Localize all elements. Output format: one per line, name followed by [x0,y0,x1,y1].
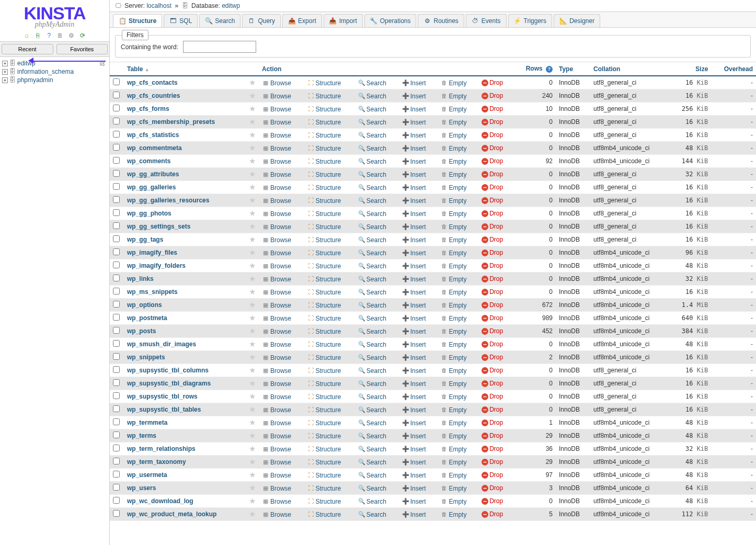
table-name-link[interactable]: wp_terms [127,432,156,439]
table-name-link[interactable]: wp_cfs_membership_presets [127,118,215,126]
action-drop[interactable]: –Drop [482,275,503,282]
action-empty[interactable]: 🗑Empty [440,315,466,322]
favorite-star-icon[interactable]: ★ [249,104,256,113]
action-structure[interactable]: ⛶Structure [307,223,341,231]
table-name-link[interactable]: wp_cfs_forms [127,105,169,112]
row-checkbox[interactable] [113,78,120,85]
favorite-star-icon[interactable]: ★ [249,248,256,257]
action-browse[interactable]: ▦Browse [262,119,291,126]
table-name-link[interactable]: wp_cfs_countries [127,92,180,99]
tab-search[interactable]: 🔍Search [199,14,240,27]
row-checkbox[interactable] [113,432,120,438]
col-type[interactable]: Type [556,62,590,76]
action-drop[interactable]: –Drop [482,327,503,335]
row-checkbox[interactable] [113,418,120,425]
action-empty[interactable]: 🗑Empty [440,171,466,178]
action-browse[interactable]: ▦Browse [262,315,291,322]
action-structure[interactable]: ⛶Structure [307,341,341,348]
action-insert[interactable]: ➕Insert [402,132,426,139]
action-browse[interactable]: ▦Browse [262,393,291,401]
docs-icon[interactable]: 🗎 [56,32,64,39]
col-table[interactable]: Table ▲ [124,62,246,76]
favorite-star-icon[interactable]: ★ [249,444,256,453]
action-structure[interactable]: ⛶Structure [307,328,341,335]
favorite-star-icon[interactable]: ★ [249,143,256,152]
favorite-star-icon[interactable]: ★ [249,235,256,244]
favorite-star-icon[interactable]: ★ [249,169,256,178]
action-empty[interactable]: 🗑Empty [440,472,466,479]
favorite-star-icon[interactable]: ★ [249,457,256,466]
action-search[interactable]: 🔍Search [358,236,386,244]
action-insert[interactable]: ➕Insert [402,236,426,244]
action-search[interactable]: 🔍Search [358,223,386,231]
tab-export[interactable]: 📤Export [282,14,322,27]
action-browse[interactable]: ▦Browse [262,472,291,479]
action-drop[interactable]: –Drop [482,419,503,426]
action-structure[interactable]: ⛶Structure [307,197,341,205]
table-name-link[interactable]: wp_termmeta [127,419,167,426]
action-drop[interactable]: –Drop [482,314,503,322]
action-insert[interactable]: ➕Insert [402,419,426,427]
action-drop[interactable]: –Drop [482,471,503,479]
help-icon[interactable]: ? [45,32,53,39]
action-empty[interactable]: 🗑Empty [440,263,466,270]
action-browse[interactable]: ▦Browse [262,236,291,244]
favorite-star-icon[interactable]: ★ [249,326,256,335]
action-insert[interactable]: ➕Insert [402,459,426,466]
favorite-star-icon[interactable]: ★ [249,183,256,191]
action-structure[interactable]: ⛶Structure [307,459,341,466]
table-name-link[interactable]: wp_options [127,301,162,309]
favorite-star-icon[interactable]: ★ [249,274,256,283]
col-size[interactable]: Size [670,62,712,76]
action-insert[interactable]: ➕Insert [402,472,426,479]
action-insert[interactable]: ➕Insert [402,223,426,231]
action-search[interactable]: 🔍Search [358,119,386,126]
table-name-link[interactable]: wp_comments [127,157,170,165]
action-empty[interactable]: 🗑Empty [440,393,466,401]
home-icon[interactable]: ⌂ [23,32,30,39]
action-search[interactable]: 🔍Search [358,302,386,309]
table-name-link[interactable]: wp_posts [127,327,156,335]
table-name-link[interactable]: wp_smush_dir_images [127,340,196,348]
tab-import[interactable]: 📥Import [324,14,363,27]
action-empty[interactable]: 🗑Empty [440,276,466,283]
action-drop[interactable]: –Drop [482,171,503,178]
favorite-star-icon[interactable]: ★ [249,418,256,427]
action-drop[interactable]: –Drop [482,79,503,86]
row-checkbox[interactable] [113,458,120,464]
action-structure[interactable]: ⛶Structure [307,263,341,270]
action-insert[interactable]: ➕Insert [402,393,426,401]
action-insert[interactable]: ➕Insert [402,302,426,309]
action-search[interactable]: 🔍Search [358,511,386,518]
table-name-link[interactable]: wp_term_taxonomy [127,458,186,465]
tree-expander-icon[interactable]: + [2,77,8,83]
action-browse[interactable]: ▦Browse [262,263,291,270]
action-search[interactable]: 🔍Search [358,289,386,296]
action-drop[interactable]: –Drop [482,144,503,152]
action-drop[interactable]: –Drop [482,197,503,204]
action-empty[interactable]: 🗑Empty [440,80,466,87]
action-structure[interactable]: ⛶Structure [307,485,341,492]
action-search[interactable]: 🔍Search [358,354,386,361]
action-insert[interactable]: ➕Insert [402,485,426,492]
row-checkbox[interactable] [113,209,120,216]
action-empty[interactable]: 🗑Empty [440,106,466,113]
table-name-link[interactable]: wp_usermeta [127,471,167,479]
action-search[interactable]: 🔍Search [358,485,386,492]
row-checkbox[interactable] [113,196,120,203]
action-drop[interactable]: –Drop [482,249,503,256]
action-drop[interactable]: –Drop [482,393,503,400]
row-checkbox[interactable] [113,144,120,151]
tree-item-information_schema[interactable]: information_schema [17,68,74,75]
action-structure[interactable]: ⛶Structure [307,433,341,440]
action-search[interactable]: 🔍Search [358,93,386,100]
action-drop[interactable]: –Drop [482,301,503,309]
action-search[interactable]: 🔍Search [358,171,386,178]
table-name-link[interactable]: wp_imagify_folders [127,262,186,269]
server-link[interactable]: localhost [146,2,171,9]
action-drop[interactable]: –Drop [482,406,503,413]
action-browse[interactable]: ▦Browse [262,302,291,309]
favorite-star-icon[interactable]: ★ [249,196,256,205]
action-drop[interactable]: –Drop [482,131,503,139]
row-checkbox[interactable] [113,183,120,190]
